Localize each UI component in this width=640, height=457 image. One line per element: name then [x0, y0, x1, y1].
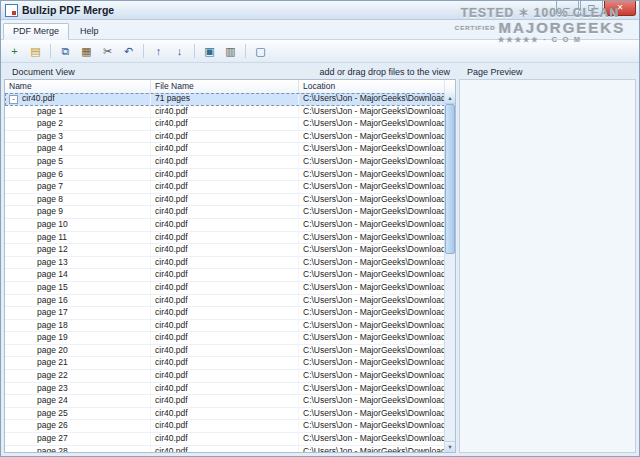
add-folder-button[interactable]: ▤ [26, 43, 45, 60]
print-button[interactable]: ▥ [221, 43, 240, 60]
document-table: Name File Name Location -cir40.pdf71 pag… [4, 79, 456, 453]
scroll-up-icon[interactable]: ▲ [445, 93, 455, 104]
move-down-button[interactable]: ↓ [170, 43, 189, 60]
table-row[interactable]: page 22cir40.pdfC:\Users\Jon - MajorGeek… [5, 370, 445, 383]
table-row[interactable]: page 23cir40.pdfC:\Users\Jon - MajorGeek… [5, 383, 445, 396]
row-name-label: page 2 [37, 118, 63, 128]
cell-file-name: cir40.pdf [151, 244, 299, 256]
table-row[interactable]: page 27cir40.pdfC:\Users\Jon - MajorGeek… [5, 433, 445, 446]
cell-name: -cir40.pdf [5, 93, 151, 105]
scrollbar-thumb[interactable] [445, 104, 455, 254]
scroll-down-icon[interactable]: ▼ [445, 441, 455, 452]
row-name-label: page 17 [37, 307, 68, 317]
table-row[interactable]: page 4cir40.pdfC:\Users\Jon - MajorGeeks… [5, 143, 445, 156]
cell-name: page 25 [5, 408, 151, 420]
row-name-label: page 14 [37, 269, 68, 279]
page-preview-label: Page Preview [467, 67, 523, 77]
row-name-label: page 27 [37, 433, 68, 443]
table-row[interactable]: page 7cir40.pdfC:\Users\Jon - MajorGeeks… [5, 181, 445, 194]
table-row[interactable]: page 28cir40.pdfC:\Users\Jon - MajorGeek… [5, 446, 445, 452]
cell-location: C:\Users\Jon - MajorGeeks\Downloads [299, 181, 445, 193]
cell-location: C:\Users\Jon - MajorGeeks\Downloads [299, 156, 445, 168]
add-file-icon: + [11, 46, 17, 57]
cell-file-name: 71 pages [151, 93, 299, 105]
table-row[interactable]: page 25cir40.pdfC:\Users\Jon - MajorGeek… [5, 408, 445, 421]
cell-file-name: cir40.pdf [151, 206, 299, 218]
table-row[interactable]: page 6cir40.pdfC:\Users\Jon - MajorGeeks… [5, 169, 445, 182]
table-row[interactable]: page 8cir40.pdfC:\Users\Jon - MajorGeeks… [5, 194, 445, 207]
table-row[interactable]: page 12cir40.pdfC:\Users\Jon - MajorGeek… [5, 244, 445, 257]
row-name-label: page 16 [37, 295, 68, 305]
cell-location: C:\Users\Jon - MajorGeeks\Downloads [299, 269, 445, 281]
row-name-label: page 12 [37, 244, 68, 254]
table-row[interactable]: page 10cir40.pdfC:\Users\Jon - MajorGeek… [5, 219, 445, 232]
save-button[interactable]: ▣ [200, 43, 219, 60]
table-row[interactable]: page 11cir40.pdfC:\Users\Jon - MajorGeek… [5, 232, 445, 245]
cell-name: page 20 [5, 345, 151, 357]
move-up-button[interactable]: ↑ [149, 43, 168, 60]
table-row[interactable]: page 9cir40.pdfC:\Users\Jon - MajorGeeks… [5, 206, 445, 219]
page-preview-body [459, 79, 636, 453]
toolbar-separator [50, 44, 51, 58]
column-header-file-name[interactable]: File Name [151, 80, 299, 93]
table-row[interactable]: page 3cir40.pdfC:\Users\Jon - MajorGeeks… [5, 131, 445, 144]
table-header-row: Name File Name Location [5, 80, 455, 94]
column-header-name[interactable]: Name [5, 80, 151, 93]
cell-location: C:\Users\Jon - MajorGeeks\Downloads [299, 357, 445, 369]
cell-file-name: cir40.pdf [151, 345, 299, 357]
table-row[interactable]: page 18cir40.pdfC:\Users\Jon - MajorGeek… [5, 320, 445, 333]
print-icon: ▥ [225, 46, 235, 57]
add-file-button[interactable]: + [5, 43, 24, 60]
cell-location: C:\Users\Jon - MajorGeeks\Downloads [299, 219, 445, 231]
table-row[interactable]: page 20cir40.pdfC:\Users\Jon - MajorGeek… [5, 345, 445, 358]
cell-location: C:\Users\Jon - MajorGeeks\Downloads [299, 131, 445, 143]
preview-icon: ▢ [255, 46, 265, 57]
minimize-button[interactable]: – [556, 1, 579, 16]
undo-button[interactable]: ↶ [119, 43, 138, 60]
cell-location: C:\Users\Jon - MajorGeeks\Downloads [299, 93, 445, 105]
cell-file-name: cir40.pdf [151, 219, 299, 231]
table-row[interactable]: page 16cir40.pdfC:\Users\Jon - MajorGeek… [5, 295, 445, 308]
cell-name: page 6 [5, 169, 151, 181]
preview-button[interactable]: ▢ [251, 43, 270, 60]
table-row[interactable]: page 26cir40.pdfC:\Users\Jon - MajorGeek… [5, 420, 445, 433]
cell-file-name: cir40.pdf [151, 118, 299, 130]
paste-button[interactable]: ▦ [77, 43, 96, 60]
table-body: -cir40.pdf71 pagesC:\Users\Jon - MajorGe… [5, 93, 445, 452]
table-row[interactable]: page 17cir40.pdfC:\Users\Jon - MajorGeek… [5, 307, 445, 320]
tree-collapse-icon[interactable]: - [9, 95, 18, 104]
row-name-label: page 20 [37, 345, 68, 355]
table-row[interactable]: page 24cir40.pdfC:\Users\Jon - MajorGeek… [5, 395, 445, 408]
cut-button[interactable]: ✂ [98, 43, 117, 60]
row-name-label: page 11 [37, 232, 67, 242]
app-window: Bullzip PDF Merge – ▢ ✕ PDF Merge Help +… [0, 0, 640, 457]
table-row[interactable]: page 13cir40.pdfC:\Users\Jon - MajorGeek… [5, 257, 445, 270]
cell-name: page 28 [5, 446, 151, 452]
column-header-location[interactable]: Location [299, 80, 445, 93]
cell-name: page 1 [5, 106, 151, 118]
close-button[interactable]: ✕ [604, 1, 636, 16]
tab-pdf-merge[interactable]: PDF Merge [3, 23, 69, 40]
row-name-label: page 26 [37, 420, 68, 430]
table-row[interactable]: page 14cir40.pdfC:\Users\Jon - MajorGeek… [5, 269, 445, 282]
table-row[interactable]: page 15cir40.pdfC:\Users\Jon - MajorGeek… [5, 282, 445, 295]
page-preview-header: Page Preview [459, 65, 636, 79]
copy-button[interactable]: ⧉ [56, 43, 75, 60]
row-name-label: page 15 [37, 282, 68, 292]
table-row[interactable]: page 5cir40.pdfC:\Users\Jon - MajorGeeks… [5, 156, 445, 169]
cell-name: page 14 [5, 269, 151, 281]
table-row[interactable]: page 19cir40.pdfC:\Users\Jon - MajorGeek… [5, 332, 445, 345]
cell-file-name: cir40.pdf [151, 420, 299, 432]
maximize-button[interactable]: ▢ [580, 1, 603, 16]
vertical-scrollbar[interactable]: ▲ ▼ [444, 93, 455, 452]
table-row[interactable]: page 21cir40.pdfC:\Users\Jon - MajorGeek… [5, 357, 445, 370]
table-row[interactable]: -cir40.pdf71 pagesC:\Users\Jon - MajorGe… [5, 93, 445, 106]
table-row[interactable]: page 1cir40.pdfC:\Users\Jon - MajorGeeks… [5, 106, 445, 119]
cell-location: C:\Users\Jon - MajorGeeks\Downloads [299, 169, 445, 181]
row-name-label: page 18 [37, 320, 68, 330]
table-row[interactable]: page 2cir40.pdfC:\Users\Jon - MajorGeeks… [5, 118, 445, 131]
cell-name: page 5 [5, 156, 151, 168]
cell-location: C:\Users\Jon - MajorGeeks\Downloads [299, 307, 445, 319]
tab-help[interactable]: Help [71, 24, 108, 39]
row-name-label: page 1 [37, 106, 63, 116]
